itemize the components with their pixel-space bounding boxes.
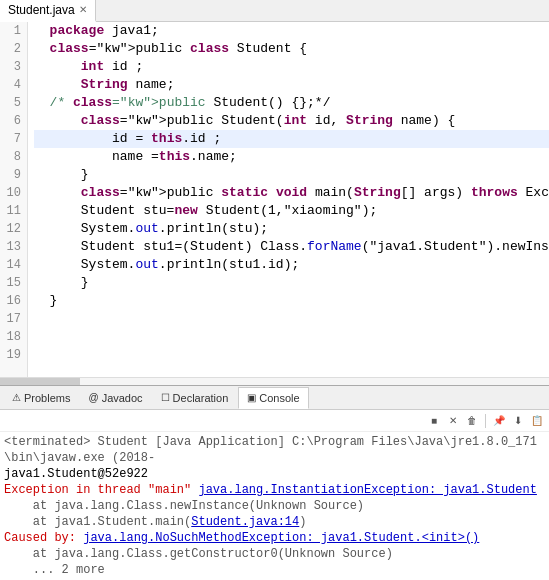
code-line: class="kw">public Student(int id, String… — [34, 112, 549, 130]
bottom-tab-declaration[interactable]: ☐Declaration — [153, 387, 237, 409]
javadoc-tab-label: Javadoc — [102, 392, 143, 404]
line-number: 11 — [4, 202, 21, 220]
console-output[interactable]: <terminated> Student [Java Application] … — [0, 432, 549, 580]
line-number: 1 — [4, 22, 21, 40]
toolbar-separator — [485, 414, 486, 428]
declaration-tab-icon: ☐ — [161, 392, 170, 403]
console-line: java1.Student@52e922 — [4, 466, 545, 482]
code-line: } — [34, 292, 549, 310]
tab-bar: Student.java ✕ — [0, 0, 549, 22]
line-number: 15 — [4, 274, 21, 292]
code-line: } — [34, 166, 549, 184]
console-tab-label: Console — [259, 392, 299, 404]
line-number: 7 — [4, 130, 21, 148]
terminate-button[interactable]: ■ — [426, 413, 442, 429]
code-line: package java1; — [34, 22, 549, 40]
line-number: 17 — [4, 310, 21, 328]
code-content[interactable]: package java1; class="kw">public class S… — [28, 22, 549, 377]
declaration-tab-label: Declaration — [173, 392, 229, 404]
code-area[interactable]: 12345678910111213141516171819 package ja… — [0, 22, 549, 377]
code-line: class="kw">public static void main(Strin… — [34, 184, 549, 202]
console-line: at java.lang.Class.newInstance(Unknown S… — [4, 498, 545, 514]
console-line: at java1.Student.main(Student.java:14) — [4, 514, 545, 530]
console-tab-icon: ▣ — [247, 392, 256, 403]
line-number: 16 — [4, 292, 21, 310]
code-line: class="kw">public class Student { — [34, 40, 549, 58]
scroll-end-button[interactable]: ⬇ — [510, 413, 526, 429]
bottom-tab-bar: ⚠Problems@Javadoc☐Declaration▣Console — [0, 386, 549, 410]
line-number: 2 — [4, 40, 21, 58]
code-editor: 12345678910111213141516171819 package ja… — [0, 22, 549, 385]
line-number: 13 — [4, 238, 21, 256]
code-line: System.out.println(stu); — [34, 220, 549, 238]
editor-tab[interactable]: Student.java ✕ — [0, 0, 96, 22]
horizontal-scrollbar[interactable] — [0, 377, 549, 385]
line-number: 4 — [4, 76, 21, 94]
remove-launch-button[interactable]: ✕ — [445, 413, 461, 429]
code-line: Student stu=new Student(1,"xiaoming"); — [34, 202, 549, 220]
pin-button[interactable]: 📋 — [529, 413, 545, 429]
bottom-panel: ⚠Problems@Javadoc☐Declaration▣Console ■ … — [0, 385, 549, 580]
code-line: } — [34, 274, 549, 292]
line-number: 3 — [4, 58, 21, 76]
clear-console-button[interactable]: 🗑 — [464, 413, 480, 429]
problems-tab-icon: ⚠ — [12, 392, 21, 403]
bottom-tab-console[interactable]: ▣Console — [238, 387, 308, 409]
code-line: String name; — [34, 76, 549, 94]
console-line: Caused by: java.lang.NoSuchMethodExcepti… — [4, 530, 545, 546]
javadoc-tab-icon: @ — [88, 392, 98, 403]
code-line: name =this.name; — [34, 148, 549, 166]
line-number: 10 — [4, 184, 21, 202]
code-line: /* class="kw">public Student() {};*/ — [34, 94, 549, 112]
line-number: 6 — [4, 112, 21, 130]
code-line: System.out.println(stu1.id); — [34, 256, 549, 274]
tab-label: Student.java — [8, 3, 75, 17]
code-line: id = this.id ; — [34, 130, 549, 148]
line-number: 14 — [4, 256, 21, 274]
scroll-lock-button[interactable]: 📌 — [491, 413, 507, 429]
console-line: ... 2 more — [4, 562, 545, 578]
line-number: 19 — [4, 346, 21, 364]
line-number: 9 — [4, 166, 21, 184]
console-line: at java.lang.Class.getConstructor0(Unkno… — [4, 546, 545, 562]
line-number: 5 — [4, 94, 21, 112]
problems-tab-label: Problems — [24, 392, 70, 404]
scroll-thumb[interactable] — [0, 378, 80, 385]
code-line: Student stu1=(Student) Class.forName("ja… — [34, 238, 549, 256]
line-number: 18 — [4, 328, 21, 346]
line-numbers: 12345678910111213141516171819 — [0, 22, 28, 377]
console-title-line: <terminated> Student [Java Application] … — [4, 434, 545, 466]
code-line: int id ; — [34, 58, 549, 76]
line-number: 12 — [4, 220, 21, 238]
line-number: 8 — [4, 148, 21, 166]
tab-close-icon[interactable]: ✕ — [79, 4, 87, 15]
bottom-tab-problems[interactable]: ⚠Problems — [4, 387, 78, 409]
console-toolbar: ■ ✕ 🗑 📌 ⬇ 📋 — [0, 410, 549, 432]
console-line: Exception in thread "main" java.lang.Ins… — [4, 482, 545, 498]
bottom-tab-javadoc[interactable]: @Javadoc — [80, 387, 150, 409]
